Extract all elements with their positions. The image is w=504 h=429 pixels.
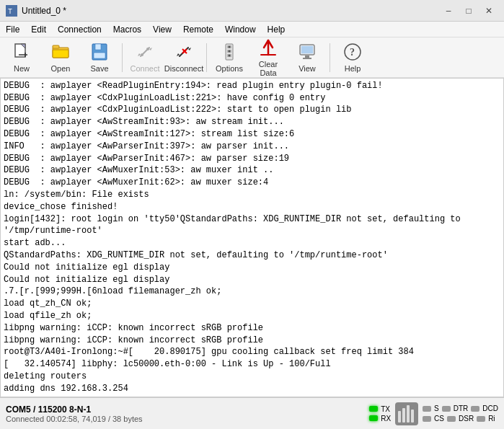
log-line: DEBUG : awplayer <CdxPluginLoadList:221>…	[4, 92, 500, 105]
svg-rect-11	[94, 53, 105, 58]
tx-rx-group: TX RX	[369, 405, 391, 423]
cs-label: CS	[434, 415, 444, 423]
port-info: COM5 / 115200 8-N-1	[6, 404, 363, 415]
log-line: load qt_zh_CN ok;	[4, 298, 500, 310]
log-line: '/tmp/runtime-root'	[4, 225, 500, 237]
view-button[interactable]: View	[288, 40, 326, 76]
svg-rect-8	[53, 45, 59, 48]
save-label: Save	[90, 64, 108, 73]
tx-label: TX	[381, 405, 390, 413]
log-line: DEBUG : awplayer <AwParserInit:467>: aw …	[4, 153, 500, 165]
log-line: load qfile_zh ok;	[4, 310, 500, 322]
dcd-led	[471, 406, 479, 412]
log-line: DEBUG : awplayer <ReadPluginEntry:194>: …	[4, 80, 500, 92]
menu-connection[interactable]: Connection	[52, 22, 107, 37]
help-button[interactable]: ? Help	[334, 40, 371, 76]
maximize-button[interactable]: □	[459, 4, 478, 18]
menu-help[interactable]: Help	[262, 22, 291, 37]
window-controls: – □ ✕	[439, 4, 498, 18]
clear-data-icon	[258, 37, 278, 58]
new-label: New	[14, 64, 30, 73]
log-line: [ 32.140574] libphy: lc50000.eth-0:00 - …	[4, 358, 500, 371]
log-line: DEBUG : awplayer <AwStreamInit:127>: str…	[4, 128, 500, 141]
main-content: DEBUG : awplayer <CdxPluginLoadList:202>…	[0, 78, 504, 397]
dtr-led	[442, 406, 451, 412]
open-button[interactable]: Open	[42, 40, 79, 76]
log-line: Could not initialize egl display	[4, 274, 500, 286]
save-button[interactable]: Save	[81, 40, 118, 76]
menu-file[interactable]: File	[0, 22, 25, 37]
log-line: libpng warning: iCCP: known incorrect sR…	[4, 335, 500, 347]
svg-text:T: T	[8, 8, 12, 16]
log-line: DEBUG : awplayer <CdxPluginLoadList:222>…	[4, 104, 500, 116]
log-line: Could not initialize egl display	[4, 262, 500, 274]
separator-2	[206, 43, 207, 72]
s-led	[423, 406, 431, 412]
menu-remote[interactable]: Remote	[177, 22, 219, 37]
log-line: DEBUG : awplayer <AwStreamInit:93>: aw s…	[4, 116, 500, 128]
dcd-label: DCD	[482, 404, 498, 412]
options-label: Options	[216, 64, 243, 73]
dtr-label: DTR	[454, 404, 469, 412]
tx-led	[369, 406, 378, 412]
svg-text:?: ?	[350, 47, 355, 58]
menu-view[interactable]: View	[147, 22, 177, 37]
new-button[interactable]: New	[3, 40, 40, 76]
open-label: Open	[51, 64, 71, 73]
log-line: DEBUG : awplayer <AwMuxerInit:53>: aw mu…	[4, 164, 500, 177]
dsr-label: DSR	[459, 415, 474, 423]
new-icon	[12, 42, 32, 62]
log-line: QStandardPaths: XDG_RUNTIME_DIR not set,…	[4, 249, 500, 262]
connect-button[interactable]: Connect	[126, 40, 164, 76]
toolbar: New Open Save	[0, 37, 504, 78]
log-line: adding dns 192.168.3.254	[4, 383, 500, 395]
log-line: root@T3/A40i-Ironlong:~#[ 20.890175] gpu…	[4, 346, 500, 358]
tx-row: TX	[369, 405, 391, 413]
ri-led	[477, 416, 485, 422]
svg-rect-37	[411, 410, 414, 423]
disconnect-button[interactable]: Disconnect	[165, 40, 203, 76]
connection-info: Connected 00:02:58, 74,019 / 38 bytes	[6, 415, 363, 423]
svg-point-21	[229, 50, 231, 53]
cs-led	[423, 416, 431, 422]
log-line: INFO : awplayer <AwParserInit:397>: aw p…	[4, 141, 500, 153]
log-line: DEBUG : awplayer <AwMuxerInit:62>: aw mu…	[4, 177, 500, 189]
log-line: .7.[r.[999;999H.[6nload filemanager_zh o…	[4, 286, 500, 298]
log-line: ln: /system/bin: File exists	[4, 189, 500, 201]
options-button[interactable]: Options	[211, 40, 248, 76]
menu-edit[interactable]: Edit	[25, 22, 52, 37]
svg-point-13	[146, 48, 149, 50]
indicators-row2: CS DSR Ri	[423, 415, 498, 423]
app-icon: T	[6, 5, 17, 17]
disconnect-label: Disconnect	[164, 64, 203, 73]
close-button[interactable]: ✕	[479, 4, 498, 18]
menu-window[interactable]: Window	[219, 22, 262, 37]
separator-3	[330, 43, 330, 72]
log-line: device_chose finished!	[4, 201, 500, 213]
clear-data-button[interactable]: Clear Data	[249, 40, 287, 76]
disconnect-icon	[174, 42, 194, 62]
dsr-led	[447, 416, 456, 422]
minimize-button[interactable]: –	[439, 4, 458, 18]
log-area[interactable]: DEBUG : awplayer <CdxPluginLoadList:202>…	[0, 78, 504, 397]
open-icon	[50, 42, 71, 62]
log-line: deleting routers	[4, 371, 500, 383]
svg-rect-36	[407, 405, 410, 423]
rx-row: RX	[369, 415, 391, 423]
indicators-row1: S DTR DCD	[423, 404, 498, 412]
log-line: start adb...	[4, 237, 500, 249]
separator-1	[122, 43, 123, 72]
menu-macros[interactable]: Macros	[107, 22, 147, 37]
signal-icon	[395, 402, 418, 425]
ri-label: Ri	[488, 415, 495, 423]
rx-led	[369, 415, 378, 421]
rx-label: RX	[381, 415, 391, 423]
log-line: login[1432]: root login on 'tty50'QStand…	[4, 213, 500, 226]
svg-rect-34	[398, 411, 401, 423]
options-icon	[219, 42, 239, 62]
status-bar: COM5 / 115200 8-N-1 Connected 00:02:58, …	[0, 397, 504, 429]
svg-rect-7	[53, 50, 68, 58]
svg-rect-35	[402, 408, 405, 423]
connect-icon	[135, 42, 155, 62]
help-icon: ?	[342, 42, 363, 62]
